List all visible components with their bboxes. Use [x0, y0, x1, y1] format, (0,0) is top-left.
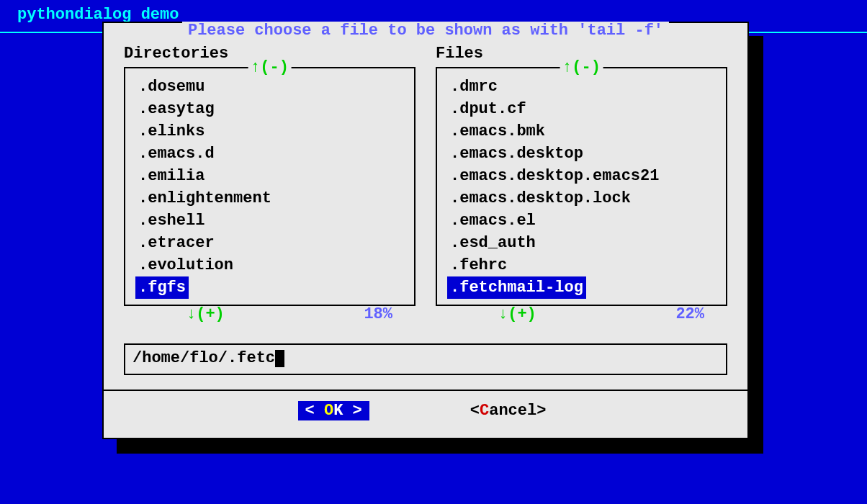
- path-input[interactable]: /home/flo/.fetc: [124, 343, 727, 375]
- list-item[interactable]: .fetchmail-log: [447, 276, 586, 299]
- list-item[interactable]: .fgfs: [135, 276, 189, 299]
- directories-scroll-pct: 18%: [364, 305, 407, 323]
- list-item[interactable]: .easytag: [135, 98, 217, 120]
- directories-items: .dosemu.easytag.elinks.emacs.d.emilia.en…: [135, 76, 404, 299]
- files-panel: Files ↑(-) .dmrc.dput.cf.emacs.bmk.emacs…: [436, 45, 727, 306]
- list-item[interactable]: .emacs.bmk: [447, 120, 548, 143]
- scroll-up-icon[interactable]: ↑(-): [560, 58, 603, 76]
- list-item[interactable]: .evolution: [135, 254, 236, 276]
- list-item[interactable]: .elinks: [135, 120, 207, 143]
- ok-button[interactable]: < OK >: [298, 401, 369, 420]
- button-divider: [104, 390, 747, 391]
- list-item[interactable]: .fehrc: [447, 254, 510, 276]
- path-input-value: /home/flo/.fetc: [132, 349, 275, 367]
- directories-scroll-footer: ↓(+) 18%: [125, 305, 414, 323]
- list-item[interactable]: .dosemu: [135, 76, 207, 98]
- cancel-button[interactable]: <Cancel>: [463, 401, 554, 420]
- list-item[interactable]: .emacs.el: [447, 210, 539, 232]
- files-scroll-footer: ↓(+) 22%: [437, 305, 726, 323]
- list-item[interactable]: .enlightenment: [135, 187, 274, 210]
- file-select-dialog: Please choose a file to be shown as with…: [102, 22, 749, 439]
- list-item[interactable]: .emacs.d: [135, 143, 217, 165]
- files-listbox[interactable]: ↑(-) .dmrc.dput.cf.emacs.bmk.emacs.deskt…: [436, 67, 727, 306]
- list-item[interactable]: .emacs.desktop: [447, 143, 586, 165]
- button-row: < OK > <Cancel>: [104, 401, 747, 420]
- panels-row: Directories ↑(-) .dosemu.easytag.elinks.…: [104, 23, 747, 315]
- files-items: .dmrc.dput.cf.emacs.bmk.emacs.desktop.em…: [447, 76, 716, 299]
- list-item[interactable]: .esd_auth: [447, 232, 539, 254]
- scroll-down-icon[interactable]: ↓(+): [444, 305, 536, 323]
- directories-listbox[interactable]: ↑(-) .dosemu.easytag.elinks.emacs.d.emil…: [124, 67, 415, 306]
- scroll-up-icon[interactable]: ↑(-): [248, 58, 292, 76]
- list-item[interactable]: .emacs.desktop.emacs21: [447, 165, 662, 187]
- text-cursor: [275, 350, 284, 367]
- directories-panel: Directories ↑(-) .dosemu.easytag.elinks.…: [124, 45, 415, 306]
- list-item[interactable]: .etracer: [135, 232, 217, 254]
- list-item[interactable]: .emilia: [135, 165, 207, 187]
- files-scroll-pct: 22%: [675, 305, 719, 323]
- list-item[interactable]: .dput.cf: [447, 98, 529, 120]
- list-item[interactable]: .emacs.desktop.lock: [447, 187, 634, 210]
- scroll-down-icon[interactable]: ↓(+): [132, 305, 225, 323]
- dialog-title: Please choose a file to be shown as with…: [182, 22, 669, 40]
- list-item[interactable]: .eshell: [135, 210, 207, 232]
- list-item[interactable]: .dmrc: [447, 76, 500, 98]
